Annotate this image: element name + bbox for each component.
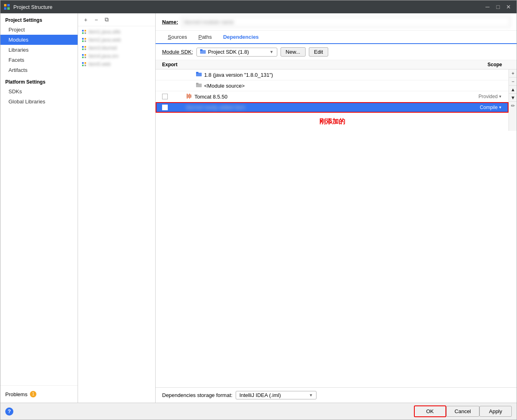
tree-toolbar: + − ⧉ — [78, 13, 155, 26]
newly-added-checkbox-area — [162, 105, 186, 110]
name-bar: Name: — [156, 13, 517, 31]
cancel-button[interactable]: Cancel — [446, 406, 479, 417]
module-icon — [81, 29, 87, 35]
svg-rect-2 — [4, 7, 6, 10]
help-button[interactable]: ? — [5, 407, 13, 416]
project-settings-header: Project Settings — [0, 13, 78, 25]
svg-rect-19 — [84, 57, 86, 58]
apply-button[interactable]: Apply — [479, 406, 512, 417]
module-icon — [81, 53, 87, 59]
sidebar-item-artifacts[interactable]: Artifacts — [0, 65, 78, 75]
tomcat-checkbox[interactable] — [162, 94, 168, 99]
jdk-row-name: 1.8 (java version "1.8.0_131") — [196, 71, 462, 78]
maximize-button[interactable]: □ — [493, 3, 503, 11]
sidebar-item-modules[interactable]: Modules — [0, 35, 78, 45]
provided-chevron-icon: ▼ — [498, 94, 502, 99]
svg-rect-6 — [82, 32, 84, 34]
project-structure-window: Project Structure ─ □ ✕ Project Settings… — [0, 0, 517, 420]
module-icon — [81, 37, 87, 43]
tree-item[interactable]: item1.java.utils — [78, 28, 155, 36]
tab-dependencies[interactable]: Dependencies — [217, 31, 264, 44]
svg-rect-16 — [82, 54, 84, 56]
edit-sdk-button[interactable]: Edit — [309, 47, 328, 57]
svg-rect-10 — [82, 40, 84, 42]
svg-rect-12 — [82, 46, 84, 48]
copy-module-button[interactable]: ⧉ — [102, 15, 111, 24]
minimize-button[interactable]: ─ — [483, 3, 492, 11]
sidebar-item-libraries[interactable]: Libraries — [0, 45, 78, 55]
tree-item[interactable]: item2.java.web — [78, 36, 155, 44]
sidebar: Project Settings Project Modules Librari… — [0, 13, 78, 403]
close-button[interactable]: ✕ — [504, 3, 513, 11]
newly-added-row-name: blurred newly added item — [186, 104, 462, 110]
scroll-up-button[interactable]: ▲ — [509, 86, 517, 94]
svg-rect-9 — [84, 38, 86, 40]
new-sdk-button[interactable]: New... — [281, 47, 306, 57]
tree-content: item1.java.utils item2.java.web — [78, 26, 155, 403]
deps-row-jdk: 1.8 (java version "1.8.0_131") — [156, 69, 509, 80]
remove-dep-button[interactable]: − — [509, 78, 517, 86]
svg-rect-23 — [84, 65, 86, 66]
edit-dep-button[interactable]: ✏ — [509, 102, 517, 110]
tomcat-scope[interactable]: Provided ▼ — [462, 94, 502, 99]
sdk-select[interactable]: Project SDK (1.8) ▼ — [196, 48, 277, 57]
main-content: Project Settings Project Modules Librari… — [0, 13, 517, 403]
sdk-dropdown-icon: ▼ — [270, 50, 274, 54]
deps-row-module-source: <Module source> — [156, 80, 509, 91]
newly-added-label: blurred newly added item — [186, 104, 245, 110]
add-dep-button[interactable]: + — [509, 69, 517, 78]
sidebar-item-global-libraries[interactable]: Global Libraries — [0, 97, 78, 107]
scroll-down-button[interactable]: ▼ — [509, 94, 517, 102]
module-icon — [81, 45, 87, 51]
jdk-label: 1.8 (java version "1.8.0_131") — [204, 72, 273, 78]
sidebar-item-problems[interactable]: Problems 1 — [0, 389, 78, 399]
tab-sources[interactable]: SSourcesources — [162, 31, 193, 44]
storage-value: IntelliJ IDEA (.iml) — [239, 392, 281, 398]
svg-rect-5 — [84, 30, 86, 32]
deps-rows-area: 1.8 (java version "1.8.0_131") — [156, 69, 509, 131]
storage-select[interactable]: IntelliJ IDEA (.iml) ▼ — [236, 391, 317, 399]
add-module-button[interactable]: + — [81, 15, 90, 24]
newly-added-checkbox[interactable] — [162, 105, 168, 110]
sidebar-bottom: Problems 1 — [0, 385, 78, 403]
sidebar-item-facets[interactable]: Facets — [0, 55, 78, 65]
annotation-text: 刚添加的 — [156, 113, 509, 131]
tomcat-checkbox-area — [162, 94, 186, 99]
sdk-value: Project SDK (1.8) — [208, 49, 249, 55]
name-input[interactable] — [181, 17, 510, 27]
sidebar-item-sdks[interactable]: SDKs — [0, 86, 78, 97]
svg-rect-18 — [82, 57, 84, 58]
tomcat-row-name: Tomcat 8.5.50 — [186, 93, 462, 100]
tree-item[interactable]: item3.blurred — [78, 44, 155, 52]
ok-button[interactable]: OK — [414, 405, 446, 417]
svg-rect-1 — [7, 4, 10, 6]
sidebar-item-project[interactable]: Project — [0, 25, 78, 35]
svg-rect-15 — [84, 48, 86, 50]
deps-table-header: Export Scope — [156, 60, 517, 69]
problems-label: Problems — [5, 391, 27, 397]
svg-rect-4 — [82, 30, 84, 32]
remove-module-button[interactable]: − — [92, 15, 101, 24]
module-source-label: <Module source> — [204, 83, 245, 89]
platform-settings-header: Platform Settings — [0, 75, 78, 86]
tree-item-label: item2.java.web — [89, 37, 121, 43]
newly-added-scope[interactable]: Compile ▼ — [462, 105, 502, 110]
tabs-bar: SSourcesources Paths Dependencies — [156, 31, 517, 44]
svg-rect-20 — [82, 62, 84, 64]
deps-row-newly-added[interactable]: blurred newly added item Compile ▼ — [156, 102, 509, 113]
svg-rect-17 — [84, 54, 86, 56]
tree-item-label: item3.blurred — [89, 45, 117, 51]
right-panel: Name: SSourcesources Paths Dependencies — [156, 13, 517, 403]
bottom-area: Dependencies storage format: IntelliJ ID… — [156, 387, 517, 403]
module-tree-panel: + − ⧉ item1.java.utils — [78, 13, 156, 403]
tab-paths[interactable]: Paths — [193, 31, 217, 44]
name-label: Name: — [162, 19, 178, 25]
dependencies-content: Module SDK: Project SDK (1.8) ▼ New... — [156, 44, 517, 403]
svg-rect-27 — [196, 72, 198, 74]
jdk-icon — [196, 71, 202, 78]
deps-row-tomcat: Tomcat 8.5.50 Provided ▼ — [156, 91, 509, 102]
tree-item[interactable]: item5.web — [78, 60, 155, 68]
bottom-bar: ? OK Cancel Apply — [0, 403, 517, 420]
module-source-row-name: <Module source> — [196, 82, 462, 89]
tree-item[interactable]: item4.java.srv — [78, 52, 155, 60]
